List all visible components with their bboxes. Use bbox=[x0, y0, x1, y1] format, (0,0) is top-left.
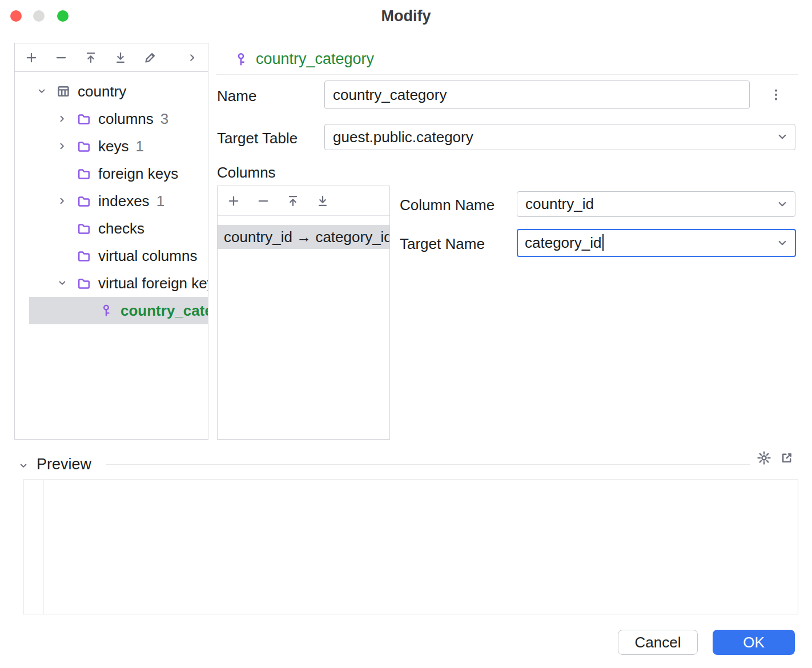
toolbar-more-button[interactable] bbox=[183, 48, 202, 67]
preview-collapse-toggle[interactable] bbox=[15, 457, 32, 474]
folder-icon bbox=[77, 139, 91, 154]
ok-button[interactable]: OK bbox=[713, 630, 795, 655]
target-name-value: category_id bbox=[525, 234, 775, 252]
chevron-down-icon bbox=[775, 236, 789, 250]
key-icon bbox=[233, 51, 249, 67]
tree-item-count: 1 bbox=[135, 138, 143, 155]
gear-icon bbox=[757, 450, 771, 465]
target-name-label: Target Name bbox=[400, 235, 485, 253]
folder-icon bbox=[77, 276, 91, 291]
add-column-button[interactable] bbox=[224, 191, 243, 211]
folder-icon bbox=[77, 221, 91, 236]
chevron-down-icon bbox=[775, 130, 789, 144]
remove-column-button[interactable] bbox=[254, 191, 273, 211]
columns-panel: country_id → category_id bbox=[217, 186, 390, 440]
move-up-button[interactable] bbox=[81, 48, 101, 67]
tree-item-label: country bbox=[78, 83, 126, 100]
cancel-button[interactable]: Cancel bbox=[618, 630, 698, 655]
column-mapping-row-selected[interactable]: country_id → category_id bbox=[218, 225, 389, 249]
move-down-button[interactable] bbox=[111, 48, 130, 67]
tree-item-label: foreign keys bbox=[98, 165, 178, 183]
tree-item-country[interactable]: country bbox=[15, 78, 208, 105]
remove-icon bbox=[256, 194, 270, 208]
tree-item-label: checks bbox=[98, 220, 144, 238]
name-label: Name bbox=[217, 87, 256, 105]
move-down-icon bbox=[114, 51, 127, 65]
name-input[interactable] bbox=[324, 81, 750, 109]
tree-item-indexes[interactable]: indexes 1 bbox=[15, 187, 208, 215]
titlebar: Modify bbox=[0, 0, 812, 32]
tree-item-label: virtual columns bbox=[98, 247, 197, 265]
divider bbox=[216, 74, 798, 75]
column-mapping-label: country_id → category_id bbox=[224, 228, 389, 246]
target-table-value: guest.public.category bbox=[333, 128, 775, 146]
move-down-icon bbox=[316, 194, 329, 208]
target-table-label: Target Table bbox=[217, 130, 298, 147]
open-in-window-icon bbox=[779, 450, 794, 465]
move-column-up-button[interactable] bbox=[283, 191, 303, 211]
columns-toolbar bbox=[218, 186, 389, 216]
modify-dialog: Modify country columns 3 bbox=[0, 0, 812, 668]
chevron-right-icon[interactable] bbox=[55, 195, 70, 207]
section-rule bbox=[106, 464, 750, 465]
add-icon bbox=[227, 194, 240, 208]
tree-item-count: 3 bbox=[160, 110, 168, 128]
kebab-menu-icon bbox=[769, 87, 783, 102]
move-up-icon bbox=[84, 51, 98, 65]
target-table-select[interactable]: guest.public.category bbox=[324, 124, 795, 150]
tree-item-label: virtual foreign keys bbox=[98, 275, 208, 292]
table-icon bbox=[56, 84, 71, 99]
preview-settings-button[interactable] bbox=[755, 449, 773, 467]
tree-item-country-category-selected[interactable]: country_category bbox=[29, 297, 208, 324]
column-name-select[interactable]: country_id bbox=[517, 191, 795, 217]
folder-icon bbox=[77, 166, 91, 181]
tree-item-count: 1 bbox=[156, 192, 164, 210]
edit-button[interactable] bbox=[140, 48, 160, 67]
chevron-down-icon[interactable] bbox=[34, 86, 49, 97]
remove-icon bbox=[54, 51, 68, 65]
columns-section-label: Columns bbox=[217, 164, 276, 182]
tree-item-virtual-foreign-keys[interactable]: virtual foreign keys bbox=[15, 269, 208, 297]
folder-icon bbox=[77, 248, 91, 263]
preview-editor[interactable] bbox=[23, 480, 798, 614]
columns-list: country_id → category_id bbox=[218, 216, 389, 249]
tree-item-label: country_category bbox=[120, 302, 208, 320]
window-title: Modify bbox=[0, 7, 812, 25]
remove-button[interactable] bbox=[51, 48, 71, 67]
form-header-title: country_category bbox=[256, 50, 374, 68]
key-icon bbox=[99, 303, 114, 318]
chevron-down-icon bbox=[18, 460, 29, 472]
tree-item-foreign-keys[interactable]: foreign keys bbox=[15, 160, 208, 187]
move-column-down-button[interactable] bbox=[313, 191, 332, 211]
target-name-select[interactable]: category_id bbox=[517, 229, 796, 257]
tree-item-label: keys bbox=[98, 138, 128, 155]
tree-toolbar bbox=[15, 43, 208, 72]
folder-icon bbox=[77, 111, 91, 126]
folder-icon bbox=[77, 194, 91, 208]
object-tree: country columns 3 keys 1 foreign keys bbox=[15, 72, 208, 324]
column-name-value: country_id bbox=[525, 195, 775, 213]
column-name-label: Column Name bbox=[400, 196, 495, 214]
form-header: country_category bbox=[233, 50, 374, 68]
tree-item-label: columns bbox=[98, 110, 154, 128]
tree-item-virtual-columns[interactable]: virtual columns bbox=[15, 242, 208, 269]
chevron-right-icon[interactable] bbox=[55, 140, 70, 152]
tree-item-checks[interactable]: checks bbox=[15, 215, 208, 242]
chevron-right-icon[interactable] bbox=[55, 113, 70, 124]
add-button[interactable] bbox=[22, 48, 41, 67]
chevron-right-icon bbox=[186, 51, 199, 64]
object-tree-panel: country columns 3 keys 1 foreign keys bbox=[14, 43, 208, 440]
chevron-down-icon bbox=[775, 198, 789, 211]
tree-item-label: indexes bbox=[98, 192, 150, 210]
editor-gutter-divider bbox=[43, 480, 44, 614]
tree-item-columns[interactable]: columns 3 bbox=[15, 105, 208, 132]
name-options-button[interactable] bbox=[766, 83, 786, 106]
text-caret bbox=[602, 234, 604, 251]
edit-icon bbox=[143, 51, 157, 65]
move-up-icon bbox=[286, 194, 300, 208]
add-icon bbox=[25, 51, 38, 65]
chevron-down-icon[interactable] bbox=[55, 277, 70, 289]
tree-item-keys[interactable]: keys 1 bbox=[15, 132, 208, 160]
preview-section-label: Preview bbox=[37, 456, 91, 473]
open-in-window-button[interactable] bbox=[778, 449, 796, 467]
